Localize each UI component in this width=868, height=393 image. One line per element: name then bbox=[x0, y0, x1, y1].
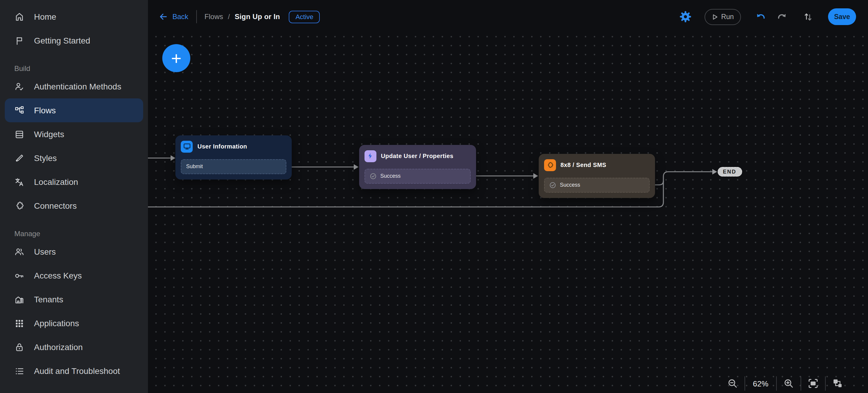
widgets-icon bbox=[14, 129, 25, 139]
topbar-actions: Run Save bbox=[680, 8, 856, 25]
topbar: Back Flows / Sign Up or In Active Run bbox=[148, 0, 868, 33]
zoombar-divider bbox=[776, 376, 777, 391]
node-header: User Information bbox=[181, 140, 286, 152]
fit-to-screen-button[interactable] bbox=[808, 378, 818, 389]
sidebar-item-label: Styles bbox=[34, 153, 57, 163]
zoom-in-button[interactable] bbox=[783, 378, 794, 389]
sidebar-item-label: Getting Started bbox=[34, 36, 90, 45]
run-label: Run bbox=[721, 13, 734, 20]
swap-vertical-icon bbox=[803, 12, 813, 22]
breadcrumb-current: Sign Up or In bbox=[235, 12, 280, 21]
puzzle-icon bbox=[14, 201, 25, 211]
status-badge[interactable]: Active bbox=[289, 10, 320, 23]
sidebar-item-label: Access Keys bbox=[34, 271, 82, 280]
sidebar-section-build: Build bbox=[0, 63, 148, 74]
zoom-in-icon bbox=[783, 378, 794, 389]
sidebar-item-getting-started[interactable]: Getting Started bbox=[5, 29, 143, 53]
node-update-user-properties[interactable]: Update User / Properties Success bbox=[359, 144, 476, 189]
redo-icon bbox=[776, 11, 787, 22]
translate-icon bbox=[14, 177, 25, 187]
home-icon bbox=[14, 12, 25, 22]
bolt-icon bbox=[364, 150, 376, 162]
undo-button[interactable] bbox=[755, 11, 767, 22]
add-node-button[interactable]: + bbox=[162, 44, 190, 72]
zoombar-divider bbox=[801, 376, 801, 391]
flows-icon bbox=[14, 105, 25, 116]
list-icon bbox=[14, 366, 25, 376]
sidebar-item-label: Tenants bbox=[34, 295, 63, 304]
sidebar-item-label: Authentication Methods bbox=[34, 82, 121, 91]
back-button[interactable]: Back bbox=[159, 12, 188, 22]
sidebar-item-styles[interactable]: Styles bbox=[5, 146, 143, 170]
flow-canvas[interactable]: + User Information Submit Update User / … bbox=[148, 33, 868, 393]
settings-gear-button[interactable] bbox=[680, 11, 691, 23]
node-user-information[interactable]: User Information Submit bbox=[176, 135, 292, 179]
sidebar-item-flows[interactable]: Flows bbox=[5, 98, 143, 122]
sidebar-item-applications[interactable]: Applications bbox=[5, 311, 143, 335]
connector-puzzle-icon bbox=[544, 159, 556, 171]
node-title: User Information bbox=[197, 143, 247, 150]
users-icon bbox=[14, 247, 25, 257]
breadcrumb-parent[interactable]: Flows bbox=[204, 12, 223, 21]
sidebar-item-home[interactable]: Home bbox=[5, 5, 143, 29]
sidebar-item-widgets[interactable]: Widgets bbox=[5, 122, 143, 146]
zoombar-divider bbox=[745, 376, 745, 391]
swap-vertical-button[interactable] bbox=[803, 12, 813, 22]
canvas-zoom-controls: 62% bbox=[727, 376, 843, 391]
zoombar-divider bbox=[825, 376, 826, 391]
sidebar-item-access-keys[interactable]: Access Keys bbox=[5, 264, 143, 288]
sidebar-section-manage: Manage bbox=[0, 228, 148, 240]
sidebar-item-label: Audit and Troubleshoot bbox=[34, 366, 120, 376]
check-circle-icon bbox=[549, 182, 556, 188]
buildings-icon bbox=[14, 294, 25, 304]
sidebar-item-label: Widgets bbox=[34, 129, 64, 139]
node-output-label: Submit bbox=[186, 163, 203, 169]
sidebar-item-label: Applications bbox=[34, 319, 79, 328]
node-title: 8x8 / Send SMS bbox=[560, 162, 606, 168]
auto-layout-icon bbox=[832, 378, 843, 389]
sidebar-item-authentication-methods[interactable]: Authentication Methods bbox=[5, 74, 143, 98]
node-output-label: Success bbox=[560, 182, 580, 188]
node-output-submit[interactable]: Submit bbox=[181, 159, 286, 174]
check-circle-icon bbox=[370, 173, 376, 179]
breadcrumb-separator: / bbox=[228, 12, 230, 21]
flow-connections bbox=[148, 33, 868, 393]
node-output-success[interactable]: Success bbox=[364, 168, 470, 184]
node-end[interactable]: END bbox=[717, 167, 742, 176]
undo-icon bbox=[755, 11, 767, 22]
redo-button[interactable] bbox=[776, 11, 787, 22]
person-check-icon bbox=[14, 81, 25, 92]
sidebar-item-connectors[interactable]: Connectors bbox=[5, 194, 143, 218]
breadcrumb: Flows / Sign Up or In bbox=[204, 12, 280, 21]
sidebar-item-audit-and-troubleshoot[interactable]: Audit and Troubleshoot bbox=[5, 359, 143, 383]
key-icon bbox=[14, 270, 25, 281]
save-button[interactable]: Save bbox=[828, 8, 856, 25]
zoom-level: 62% bbox=[752, 379, 770, 388]
zoom-out-button[interactable] bbox=[727, 378, 738, 389]
flag-icon bbox=[14, 35, 25, 45]
node-8x8-send-sms[interactable]: 8x8 / Send SMS Success bbox=[538, 154, 655, 198]
apps-grid-icon bbox=[14, 318, 25, 328]
sidebar-item-label: Localization bbox=[34, 177, 78, 187]
sidebar-item-authorization[interactable]: Authorization bbox=[5, 335, 143, 359]
gear-icon bbox=[680, 11, 691, 23]
node-header: 8x8 / Send SMS bbox=[544, 159, 649, 171]
app-root: Home Getting Started Build Authenticatio… bbox=[0, 0, 868, 393]
node-output-label: Success bbox=[380, 173, 401, 179]
zoom-out-icon bbox=[727, 378, 738, 389]
run-button[interactable]: Run bbox=[705, 9, 741, 25]
auto-layout-button[interactable] bbox=[832, 378, 843, 389]
lock-icon bbox=[14, 342, 25, 352]
sidebar-item-tenants[interactable]: Tenants bbox=[5, 288, 143, 311]
node-output-success[interactable]: Success bbox=[544, 177, 649, 192]
sidebar-item-localization[interactable]: Localization bbox=[5, 170, 143, 194]
sidebar-item-label: Users bbox=[34, 247, 56, 256]
sidebar-item-label: Authorization bbox=[34, 342, 83, 352]
arrow-left-icon bbox=[159, 12, 168, 22]
sidebar-item-users[interactable]: Users bbox=[5, 240, 143, 264]
back-label: Back bbox=[173, 12, 188, 21]
screen-icon bbox=[181, 140, 193, 152]
node-title: Update User / Properties bbox=[381, 153, 454, 159]
header-divider bbox=[196, 10, 196, 23]
play-icon bbox=[712, 13, 718, 20]
